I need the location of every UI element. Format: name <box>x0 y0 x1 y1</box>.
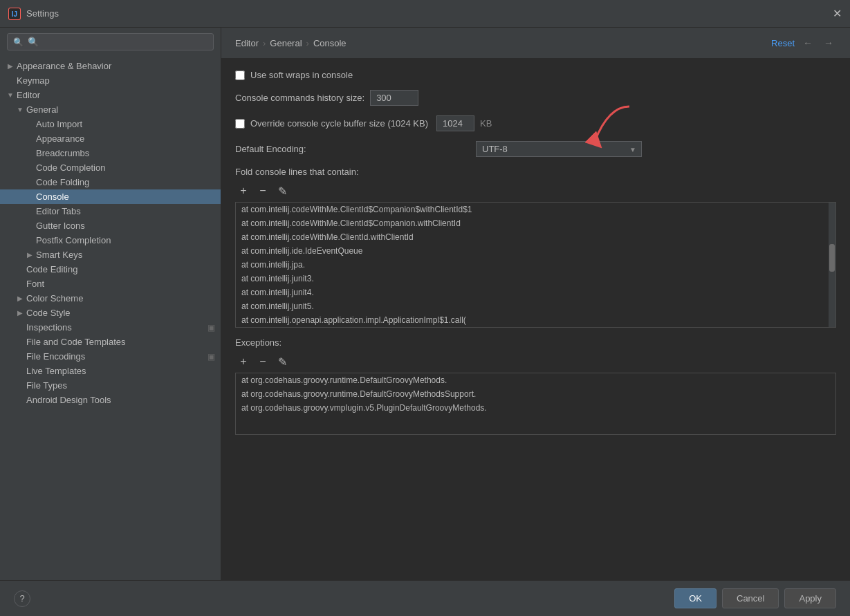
fold-list-item[interactable]: at com.intellij.openapi.application.impl… <box>236 313 835 327</box>
sidebar-tree: ▶ Appearance & Behavior ▶ Keymap ▼ Edito… <box>0 56 221 580</box>
sidebar-item-smart-keys[interactable]: ▶ Smart Keys <box>0 248 221 262</box>
app-icon: IJ <box>8 8 21 20</box>
override-buffer-checkbox[interactable] <box>235 119 245 129</box>
ok-button[interactable]: OK <box>674 588 717 608</box>
sidebar-item-postfix-completion[interactable]: ▶ Postfix Completion <box>0 233 221 248</box>
help-button[interactable]: ? <box>14 590 30 607</box>
sidebar-item-label: File Encodings <box>26 351 85 362</box>
sidebar-item-gutter-icons[interactable]: ▶ Gutter Icons <box>0 218 221 233</box>
fold-edit-button[interactable]: ✎ <box>274 183 290 199</box>
search-input[interactable] <box>28 37 207 47</box>
sidebar-item-label: Postfix Completion <box>36 235 111 245</box>
sidebar-item-android-design-tools[interactable]: ▶ Android Design Tools <box>0 393 221 407</box>
exceptions-list-item[interactable]: at org.codehaus.groovy.runtime.DefaultGr… <box>236 387 835 401</box>
cancel-button[interactable]: Cancel <box>722 588 779 608</box>
sidebar-item-appearance[interactable]: ▶ Appearance <box>0 131 221 146</box>
sidebar-item-code-editing[interactable]: ▶ Code Editing <box>0 262 221 277</box>
breadcrumb-general: General <box>270 38 302 48</box>
fold-remove-button[interactable]: − <box>255 183 271 199</box>
fold-list-item[interactable]: at com.intellij.ide.IdeEventQueue <box>236 244 835 258</box>
sidebar-item-auto-import[interactable]: ▶ Auto Import <box>0 117 221 131</box>
sidebar-item-label: Console <box>36 192 69 202</box>
breadcrumb: Editor › General › Console <box>235 38 347 48</box>
fold-list-item[interactable]: at com.intellij.codeWithMe.ClientId$Comp… <box>236 203 835 216</box>
sidebar-item-label: Gutter Icons <box>36 221 85 231</box>
sidebar-item-label: Code Folding <box>36 177 89 187</box>
sidebar-item-label: Editor Tabs <box>36 206 81 216</box>
exceptions-section: Exceptions: + − ✎ at org.codehaus.groovy… <box>235 337 836 435</box>
exceptions-add-button[interactable]: + <box>235 353 252 370</box>
back-button[interactable]: ← <box>800 36 815 50</box>
exceptions-list: at org.codehaus.groovy.runtime.DefaultGr… <box>235 373 836 435</box>
sidebar-item-code-style[interactable]: ▶ Code Style <box>0 306 221 320</box>
exceptions-list-item[interactable]: at org.codehaus.groovy.runtime.DefaultGr… <box>236 373 835 387</box>
exceptions-remove-button[interactable]: − <box>255 353 271 370</box>
sidebar-item-editor-tabs[interactable]: ▶ Editor Tabs <box>0 204 221 218</box>
encoding-row: Default Encoding: UTF-8 ISO-8859-1 US-AS… <box>235 141 836 157</box>
sidebar-item-label: Font <box>26 279 44 289</box>
search-box[interactable]: 🔍 <box>7 33 214 50</box>
sidebar-item-color-scheme[interactable]: ▶ Color Scheme <box>0 291 221 306</box>
sidebar-item-label: File Types <box>26 380 67 391</box>
sidebar-item-inspections[interactable]: ▶ Inspections ▣ <box>0 320 221 335</box>
chevron-down-icon: ▼ <box>6 91 15 100</box>
fold-list-item[interactable]: at com.intellij.junit4. <box>236 286 835 299</box>
footer: ? OK Cancel Apply <box>0 580 850 616</box>
sidebar-item-label: Inspections <box>26 322 72 333</box>
history-size-row: Console commands history size: <box>235 90 836 106</box>
sidebar-item-general[interactable]: ▼ General <box>0 102 221 117</box>
forward-button[interactable]: → <box>821 36 836 50</box>
sidebar-item-file-code-templates[interactable]: ▶ File and Code Templates <box>0 335 221 349</box>
chevron-right-icon: ▶ <box>25 250 35 260</box>
sidebar-item-console[interactable]: ▶ Console <box>0 189 221 204</box>
search-icon: 🔍 <box>13 37 24 47</box>
exceptions-list-item[interactable]: at org.codehaus.groovy.vmplugin.v5.Plugi… <box>236 401 835 415</box>
sidebar-item-editor[interactable]: ▼ Editor <box>0 88 221 102</box>
chevron-down-icon: ▼ <box>15 105 25 115</box>
sidebar-item-appearance-behavior[interactable]: ▶ Appearance & Behavior <box>0 59 221 73</box>
sidebar-item-code-completion[interactable]: ▶ Code Completion <box>0 160 221 175</box>
sidebar-item-label: Code Style <box>26 308 71 318</box>
fold-list-item[interactable]: at com.intellij.junit3. <box>236 272 835 286</box>
sidebar-item-label: Code Editing <box>26 264 77 274</box>
sidebar: 🔍 ▶ Appearance & Behavior ▶ Keymap ▼ Edi… <box>0 28 221 580</box>
fold-list-item[interactable]: at com.intellij.codeWithMe.ClientId.with… <box>236 230 835 244</box>
sidebar-item-file-types[interactable]: ▶ File Types <box>0 378 221 393</box>
exceptions-edit-button[interactable]: ✎ <box>274 353 290 370</box>
sidebar-item-label: Breadcrumbs <box>36 148 89 158</box>
encoding-label: Default Encoding: <box>235 144 470 154</box>
fold-list-item[interactable]: at com.intellij.codeWithMe.ClientId$Comp… <box>236 216 835 230</box>
reset-button[interactable]: Reset <box>771 38 795 48</box>
fold-scrollbar-thumb[interactable] <box>829 244 835 272</box>
override-buffer-label: Override console cycle buffer size (1024… <box>250 118 428 129</box>
soft-wraps-checkbox[interactable] <box>235 71 245 80</box>
apply-button[interactable]: Apply <box>784 588 836 608</box>
sidebar-item-code-folding[interactable]: ▶ Code Folding <box>0 175 221 189</box>
fold-scrollbar[interactable] <box>829 203 835 327</box>
fold-section: Fold console lines that contain: + − ✎ a… <box>235 167 836 328</box>
sidebar-item-label: Appearance <box>36 133 84 144</box>
exceptions-toolbar: + − ✎ <box>235 353 836 370</box>
title-bar: IJ Settings ✕ <box>0 0 850 28</box>
sidebar-item-breadcrumbs[interactable]: ▶ Breadcrumbs <box>0 146 221 160</box>
breadcrumb-console: Console <box>313 38 347 48</box>
sidebar-item-font[interactable]: ▶ Font <box>0 277 221 291</box>
sidebar-item-label: Editor <box>17 90 40 100</box>
sidebar-item-live-templates[interactable]: ▶ Live Templates <box>0 364 221 378</box>
history-input[interactable] <box>370 90 418 106</box>
encoding-select[interactable]: UTF-8 ISO-8859-1 US-ASCII UTF-16 <box>476 141 642 157</box>
content-body: Use soft wraps in console Console comman… <box>221 59 850 580</box>
footer-left: ? <box>14 590 30 607</box>
sidebar-item-keymap[interactable]: ▶ Keymap <box>0 73 221 88</box>
sidebar-item-label: General <box>26 104 58 115</box>
inspections-icon: ▣ <box>207 323 215 333</box>
fold-list-item[interactable]: at com.intellij.jpa. <box>236 258 835 272</box>
sidebar-item-file-encodings[interactable]: ▶ File Encodings ▣ <box>0 349 221 364</box>
sidebar-item-label: Appearance & Behavior <box>17 61 111 71</box>
fold-list-item[interactable]: at com.intellij.junit5. <box>236 299 835 313</box>
close-button[interactable]: ✕ <box>833 8 842 19</box>
fold-add-button[interactable]: + <box>235 183 252 199</box>
sidebar-item-label: Auto Import <box>36 119 82 129</box>
sidebar-item-label: File and Code Templates <box>26 337 126 347</box>
override-buffer-input[interactable] <box>436 115 474 131</box>
